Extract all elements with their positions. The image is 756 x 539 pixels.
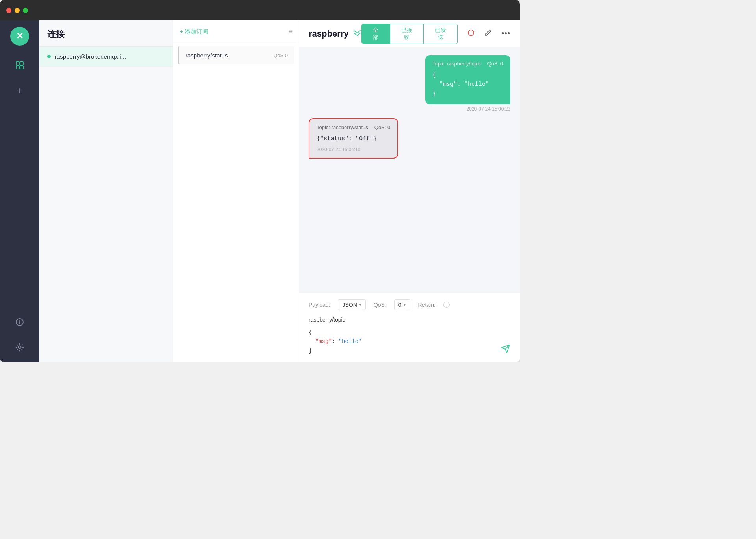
filter-tabs: 全部 已接收 已发送 [361,24,458,44]
subscriptions-panel: + 添加订阅 ≡ raspberry/status QoS 0 [173,20,299,362]
dropdown-arrow-icon[interactable] [353,30,361,37]
retain-radio[interactable] [443,302,450,308]
qos-select[interactable]: 0 ▾ [394,299,410,310]
payload-type-value: JSON [342,302,357,308]
message-topic-label-received: Topic: raspberry/status [317,124,368,130]
topbar-right: 全部 已接收 已发送 ••• [361,24,510,44]
connections-icon [15,61,24,70]
add-subscription-label: + 添加订阅 [180,28,208,35]
svg-rect-2 [16,66,19,69]
message-qos-sent: QoS: 0 [487,61,503,67]
messages-area: raspberry 全部 已接收 已发送 [299,20,520,362]
sidebar-item-add[interactable]: + [11,82,28,99]
connection-panel-title: 连接 [39,20,173,47]
send-button[interactable] [501,344,510,356]
code-line-1: { [309,328,510,337]
svg-rect-1 [20,62,23,65]
power-button-icon [467,29,475,37]
message-timestamp-received: 2020-07-24 15:04:10 [317,147,390,152]
maximize-button[interactable] [23,8,28,13]
edit-icon[interactable] [484,29,492,39]
more-options-icon[interactable]: ••• [502,30,510,38]
message-body-received-text: {"status": "Off"} [317,135,377,142]
compose-body-display[interactable]: { "msg": "hello" } [309,328,510,356]
message-topic-sent: Topic: raspberry/topic QoS: 0 [432,61,503,67]
titlebar [0,0,520,20]
sidebar-bottom [11,313,28,356]
sidebar-item-info[interactable] [11,313,28,331]
connection-item[interactable]: raspberry@broker.emqx.i... [39,47,173,67]
qos-label: QoS: [374,302,386,308]
code-line-2: "msg": "hello" [309,337,510,346]
compose-options: Payload: JSON ▾ QoS: 0 ▾ Retain: [309,299,510,310]
edit-button-icon [484,29,492,37]
sidebar: ✕ + [0,20,39,362]
app-window: ✕ + [0,0,520,362]
sidebar-item-connections[interactable] [11,57,28,74]
connection-title: raspberry [309,29,361,39]
subscription-topic: raspberry/status [185,52,273,59]
settings-icon [15,343,24,352]
payload-type-select[interactable]: JSON ▾ [338,299,365,310]
connection-title-name: raspberry [309,29,349,39]
info-icon [15,318,24,326]
compose-topic-input[interactable] [309,315,510,325]
minimize-button[interactable] [15,8,20,13]
subscription-item[interactable]: raspberry/status QoS 0 [178,46,294,64]
connection-panel: 连接 raspberry@broker.emqx.i... [39,20,173,362]
logo-icon: ✕ [16,31,23,41]
message-body-line2: "msg": "hello" [432,80,503,89]
sidebar-item-settings[interactable] [11,339,28,356]
add-subscription-button[interactable]: + 添加订阅 [180,28,208,35]
main-layout: ✕ + [0,20,520,362]
compose-body-area: { "msg": "hello" } [309,328,510,356]
message-body-line1: { [432,70,503,80]
subscription-qos: QoS 0 [273,52,288,58]
qos-select-arrow-icon: ▾ [404,302,406,307]
connection-item-name: raspberry@broker.emqx.i... [55,53,126,60]
message-qos-received: QoS: 0 [374,124,390,130]
messages-topbar: raspberry 全部 已接收 已发送 [299,20,520,47]
qos-value: 0 [398,302,402,308]
connection-status-dot [47,55,51,58]
message-body-sent: { "msg": "hello" } [432,70,503,99]
svg-point-7 [19,346,21,349]
connection-list: raspberry@broker.emqx.i... [39,47,173,362]
payload-select-arrow-icon: ▾ [359,302,361,307]
filter-icon[interactable]: ≡ [288,28,293,36]
message-body-line3: } [432,89,503,99]
message-topic-label-sent: Topic: raspberry/topic [432,61,481,67]
retain-label: Retain: [418,302,435,308]
message-bubble-sent: Topic: raspberry/topic QoS: 0 { "msg": "… [425,55,510,104]
app-logo[interactable]: ✕ [10,27,29,46]
payload-label: Payload: [309,302,330,308]
close-button[interactable] [6,8,11,13]
compose-area: Payload: JSON ▾ QoS: 0 ▾ Retain: [299,293,520,362]
code-line-3: } [309,346,510,356]
message-timestamp-sent: 2020-07-24 15:00:23 [467,106,510,112]
traffic-lights [6,8,28,13]
send-icon [501,344,510,354]
svg-rect-0 [16,62,19,65]
filter-tab-received[interactable]: 已接收 [390,24,424,44]
message-bubble-received: Topic: raspberry/status QoS: 0 {"status"… [309,118,398,159]
add-icon: + [17,85,22,96]
chevron-double-down-icon [353,30,361,36]
svg-rect-3 [20,66,23,69]
message-row-received: Topic: raspberry/status QoS: 0 {"status"… [309,118,510,159]
message-row-sent: Topic: raspberry/topic QoS: 0 { "msg": "… [309,55,510,112]
filter-tab-all[interactable]: 全部 [362,24,390,44]
messages-content: Topic: raspberry/topic QoS: 0 { "msg": "… [299,47,520,293]
filter-tab-sent[interactable]: 已发送 [424,24,457,44]
message-topic-received: Topic: raspberry/status QoS: 0 [317,124,390,130]
svg-point-6 [19,320,20,321]
subscriptions-header: + 添加订阅 ≡ [173,20,299,43]
power-icon[interactable] [467,29,475,39]
message-body-received: {"status": "Off"} [317,134,390,144]
